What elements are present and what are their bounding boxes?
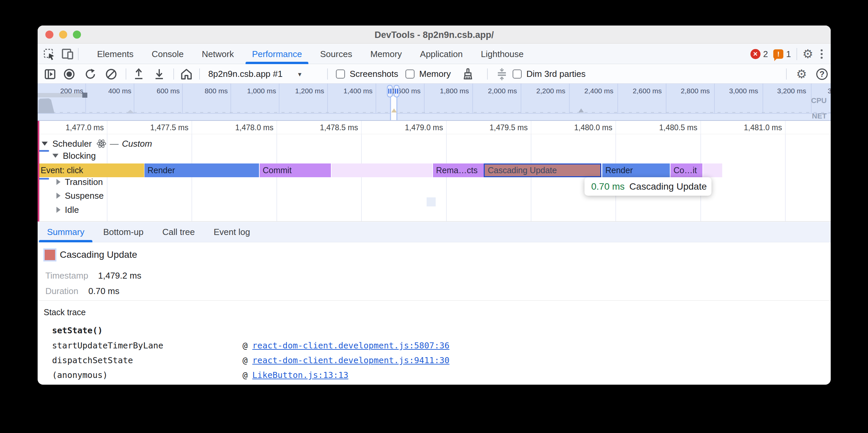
error-badge[interactable]: × 2 [750,49,768,59]
tab-performance[interactable]: Performance [243,44,311,64]
gear-icon[interactable]: ⚙ [803,48,813,60]
memory-label: Memory [419,69,451,79]
inspect-icon[interactable] [44,49,55,60]
lane-idle[interactable]: Idle [56,203,79,216]
scrubber-handle-right[interactable] [394,85,399,97]
timestamp-label: Timestamp [45,271,88,281]
upload-icon[interactable] [133,64,145,84]
flame-bar-remaining-effects[interactable]: Rema…cts [433,163,484,177]
ruler-tick: 1,477.0 ms [47,123,104,132]
track-header-scheduler[interactable]: Scheduler — Custom [42,137,152,151]
tab-network[interactable]: Network [193,44,243,64]
scrubber-handle-left[interactable] [387,85,393,97]
divider [786,68,787,79]
device-toolbar-icon[interactable] [62,49,74,60]
main-tabbar: Elements Console Network Performance Sou… [38,44,831,64]
stack-frame: (anonymous)@LikeButton.js:13:13 [52,369,348,381]
atom-icon [96,139,106,149]
screenshots-label: Screenshots [350,69,398,79]
lane-transition[interactable]: Transition [56,175,103,189]
screenshots-checkbox[interactable]: Screenshots [336,64,398,84]
source-link[interactable]: react-dom-client.development.js:5807:36 [252,341,450,351]
flame-bar-minor[interactable] [703,163,722,177]
performance-toolbar: 8p2n9n.csb.app #1 ▾ Screenshots Memory [38,64,831,84]
warning-badge[interactable]: ! 1 [773,49,791,59]
checkbox-icon [336,69,345,78]
home-icon[interactable] [180,64,193,84]
tab-call-tree[interactable]: Call tree [153,222,204,242]
dim-3rd-parties-checkbox[interactable]: Dim 3rd parties [513,64,586,84]
collapsed-triangle-icon [56,193,60,199]
kebab-menu-icon[interactable] [818,49,825,59]
flame-bar-render[interactable]: Render [145,163,259,177]
ruler-tick: 1,479.0 ms [386,123,443,132]
clear-icon[interactable] [105,64,117,84]
ruler-tick: 1,481.0 ms [725,123,782,132]
scheduler-track[interactable]: Scheduler — Custom Blocking Event: click… [38,134,831,222]
flame-bar-cascading-update-selected[interactable]: Cascading Update [484,163,601,177]
flame-bar-minor[interactable] [332,163,432,177]
at-symbol: @ [243,341,248,351]
stack-frame: dispatchSetState@react-dom-client.develo… [52,355,450,367]
flame-bar-commit[interactable]: Commit [260,163,331,177]
chevron-down-icon: ▾ [298,70,301,78]
collapse-icon[interactable] [495,64,508,84]
tab-elements[interactable]: Elements [88,44,143,64]
scrubber-window[interactable] [390,96,397,121]
tab-application[interactable]: Application [411,44,472,64]
download-icon[interactable] [154,64,165,84]
overview-tick: 2,200 ms [528,86,565,96]
sidebar-toggle-icon[interactable] [44,64,56,84]
reload-icon[interactable] [85,64,97,84]
lane-label: Idle [65,203,79,216]
source-link[interactable]: LikeButton.js:13:13 [252,370,348,380]
record-icon[interactable] [63,64,75,84]
memory-checkbox[interactable]: Memory [405,64,451,84]
garbage-collect-icon[interactable] [462,64,474,84]
tab-lighthouse[interactable]: Lighthouse [472,44,533,64]
ruler-tick: 1,478.5 ms [301,123,358,132]
overview-tick: 3,4 [817,86,831,96]
timeline-overview[interactable]: 200 ms 400 ms 600 ms 800 ms 1,000 ms 1,2… [38,84,831,121]
tab-bottom-up[interactable]: Bottom-up [94,222,153,242]
error-count: 2 [763,49,768,59]
frame-function: dispatchSetState [52,355,243,367]
source-link[interactable]: react-dom-client.development.js:9411:30 [252,356,450,365]
at-symbol: @ [243,370,248,380]
at-symbol: @ [243,356,248,365]
tab-sources[interactable]: Sources [311,44,361,64]
overview-tick: 3,200 ms [769,86,806,96]
tab-console[interactable]: Console [143,44,192,64]
lane-blocking[interactable]: Blocking [53,149,96,162]
overview-tick: 1,400 ms [336,86,373,96]
ruler-tick: 1,478.0 ms [216,123,273,132]
summary-event-title: Cascading Update [60,248,137,261]
flame-bar-commit[interactable]: Co…it [671,163,703,177]
overview-activity-line [38,112,831,113]
overview-tick: 2,000 ms [480,86,517,96]
overview-tick: 1,000 ms [239,86,276,96]
flame-bar-render[interactable]: Render [602,163,670,177]
frame-function: (anonymous) [52,369,243,381]
tab-summary[interactable]: Summary [38,222,94,242]
warning-count: 1 [786,49,791,59]
event-color-swatch [45,250,55,260]
help-icon[interactable]: ? [816,64,828,84]
tab-event-log[interactable]: Event log [204,222,259,242]
ruler-tick: 1,480.0 ms [555,123,612,132]
overview-net-band [38,113,831,121]
lane-label: Blocking [63,149,96,162]
detail-ruler[interactable]: 1,477.0 ms 1,477.5 ms 1,478.0 ms 1,478.5… [38,121,831,134]
lane-suspense[interactable]: Suspense [56,189,104,202]
section-divider [38,300,831,301]
window-title: DevTools - 8p2n9n.csb.app/ [38,26,831,44]
expand-triangle-icon [53,154,58,158]
frame-function: startUpdateTimerByLane [52,340,243,352]
track-title: Scheduler [53,137,92,151]
divider [78,48,79,60]
tab-memory[interactable]: Memory [361,44,411,64]
gear-icon[interactable]: ⚙ [796,64,807,84]
dim-3rd-parties-label: Dim 3rd parties [526,69,586,79]
target-select[interactable]: 8p2n9n.csb.app #1 ▾ [208,64,301,84]
frame-function: setState() [52,325,243,337]
